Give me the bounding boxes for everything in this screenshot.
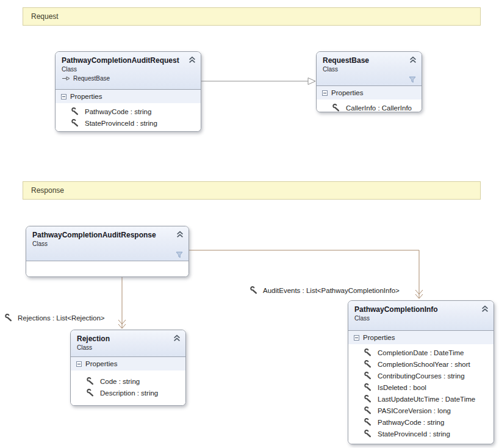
- property-row[interactable]: CompletionSchoolYear : short: [348, 358, 494, 370]
- collapse-chevron-icon[interactable]: [176, 231, 184, 238]
- response-banner[interactable]: Response: [23, 181, 481, 200]
- class-box-pathway-completion-audit-response[interactable]: PathwayCompletionAuditResponse Class: [26, 226, 189, 277]
- class-title: PathwayCompletionAuditRequest: [62, 56, 185, 65]
- collapse-chevron-icon[interactable]: [173, 334, 181, 342]
- class-header: Rejection Class: [71, 330, 185, 357]
- property-row[interactable]: LastUpdateUtcTime : DateTime: [348, 393, 494, 405]
- properties-section-label: Properties: [363, 334, 395, 341]
- class-kind-label: Class: [323, 66, 406, 73]
- request-banner[interactable]: Request: [23, 7, 481, 26]
- inherits-arrow-icon: [62, 76, 71, 81]
- class-box-pathway-completion-audit-request[interactable]: PathwayCompletionAuditRequest Class Requ…: [55, 51, 201, 132]
- filter-icon[interactable]: [176, 251, 183, 258]
- minus-box-icon: [61, 94, 66, 99]
- wrench-icon: [5, 314, 13, 322]
- response-banner-label: Response: [31, 186, 64, 195]
- wrench-icon: [250, 286, 258, 294]
- class-body: Properties CompletionDate : DateTime Com…: [348, 331, 494, 444]
- wrench-icon: [364, 383, 372, 391]
- property-row[interactable]: Description : string: [71, 387, 185, 399]
- wrench-icon: [87, 377, 95, 385]
- class-body: Properties CallerInfo : CallerInfo: [317, 86, 422, 112]
- class-box-request-base[interactable]: RequestBase Class Properties: [316, 51, 422, 112]
- association-connector-rejections[interactable]: [118, 277, 126, 328]
- property-row[interactable]: CallerInfo : CallerInfo: [317, 102, 422, 112]
- class-box-pathway-completion-info[interactable]: PathwayCompletionInfo Class Properties: [348, 300, 494, 444]
- property-text: LastUpdateUtcTime : DateTime: [378, 396, 475, 403]
- property-text: PASICoreVersion : long: [378, 407, 451, 414]
- request-banner-label: Request: [31, 12, 59, 21]
- class-title: PathwayCompletionInfo: [354, 305, 478, 314]
- properties-section-header[interactable]: Properties: [71, 357, 185, 370]
- wrench-icon: [87, 389, 95, 397]
- property-row[interactable]: CompletionDate : DateTime: [348, 347, 494, 358]
- property-text: Code : string: [100, 378, 140, 385]
- collapse-chevron-icon[interactable]: [188, 56, 196, 63]
- association-label-rejections[interactable]: Rejections : List<Rejection>: [5, 314, 105, 322]
- class-header: RequestBase Class: [317, 52, 422, 86]
- property-row[interactable]: ContributingCourses : string: [348, 370, 494, 381]
- minus-box-icon: [76, 361, 82, 367]
- class-title: PathwayCompletionAuditResponse: [32, 231, 173, 239]
- property-text: CompletionSchoolYear : short: [378, 361, 470, 368]
- base-class-name: RequestBase: [73, 75, 110, 82]
- class-title: Rejection: [77, 334, 170, 343]
- wrench-icon: [364, 372, 372, 380]
- properties-section-label: Properties: [85, 360, 117, 367]
- property-text: ContributingCourses : string: [378, 372, 465, 380]
- property-row[interactable]: StateProvinceId : string: [348, 428, 494, 439]
- property-row[interactable]: PathwayCode : string: [348, 416, 494, 428]
- class-body: [26, 261, 188, 276]
- association-label-text: Rejections : List<Rejection>: [18, 314, 105, 322]
- property-row[interactable]: StateProvinceId : string: [56, 117, 201, 129]
- class-title: RequestBase: [323, 56, 406, 65]
- property-row[interactable]: PathwayCode : string: [56, 106, 201, 117]
- class-kind-label: Class: [77, 344, 170, 351]
- minus-box-icon: [354, 335, 359, 341]
- wrench-icon: [71, 107, 79, 115]
- property-text: StateProvinceId : string: [378, 430, 450, 438]
- properties-section-header[interactable]: Properties: [56, 90, 201, 103]
- wrench-icon: [364, 360, 372, 368]
- association-label-text: AuditEvents : List<PathwayCompletionInfo…: [263, 287, 400, 294]
- filter-icon[interactable]: [409, 76, 416, 83]
- class-box-rejection[interactable]: Rejection Class Properties: [70, 330, 186, 406]
- collapse-chevron-icon[interactable]: [409, 56, 417, 63]
- property-row[interactable]: PASICoreVersion : long: [348, 405, 494, 416]
- minus-box-icon: [322, 90, 328, 96]
- wrench-icon: [332, 104, 340, 112]
- collapse-chevron-icon[interactable]: [481, 305, 489, 313]
- property-text: PathwayCode : string: [378, 419, 444, 426]
- inheritance-arrowhead-icon: [308, 78, 315, 85]
- property-text: Description : string: [100, 389, 158, 397]
- wrench-icon: [71, 119, 79, 127]
- property-text: IsDeleted : bool: [378, 384, 426, 391]
- property-text: CompletionDate : DateTime: [378, 349, 464, 356]
- class-kind-label: Class: [62, 66, 185, 73]
- base-class-row: RequestBase: [62, 75, 185, 82]
- class-kind-label: Class: [354, 315, 478, 322]
- class-header: PathwayCompletionAuditResponse Class: [26, 226, 188, 261]
- property-text: CallerInfo : CallerInfo: [346, 104, 412, 112]
- property-row[interactable]: Code : string: [71, 375, 185, 387]
- class-header: PathwayCompletionInfo Class: [348, 301, 494, 331]
- properties-section-label: Properties: [70, 93, 102, 100]
- class-header: PathwayCompletionAuditRequest Class Requ…: [56, 52, 201, 90]
- property-text: StateProvinceId : string: [85, 120, 157, 127]
- class-diagram-canvas: Request Response PathwayCompletionAuditR…: [0, 0, 499, 448]
- property-row[interactable]: IsDeleted : bool: [348, 381, 494, 393]
- class-body: Properties PathwayCode : string StatePro…: [56, 90, 201, 131]
- class-kind-label: Class: [32, 240, 173, 247]
- property-text: PathwayCode : string: [85, 108, 151, 115]
- properties-section-label: Properties: [331, 89, 363, 96]
- properties-section-header[interactable]: Properties: [348, 331, 494, 344]
- wrench-icon: [364, 418, 372, 426]
- association-label-auditevents[interactable]: AuditEvents : List<PathwayCompletionInfo…: [250, 286, 400, 294]
- class-body: Properties Code : string Description : s…: [71, 357, 185, 405]
- wrench-icon: [364, 349, 372, 356]
- inheritance-connector-requestbase[interactable]: [201, 78, 315, 85]
- wrench-icon: [364, 395, 372, 403]
- properties-section-header[interactable]: Properties: [317, 86, 422, 99]
- wrench-icon: [364, 406, 372, 414]
- wrench-icon: [364, 430, 372, 438]
